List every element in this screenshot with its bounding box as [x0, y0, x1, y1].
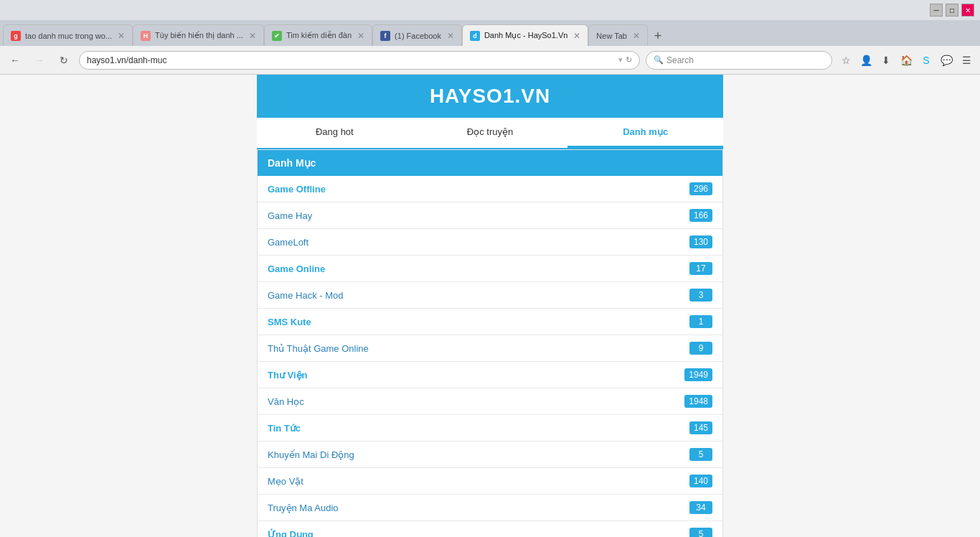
category-count-badge: 17 [689, 262, 712, 275]
category-row[interactable]: Tin Tức145 [258, 415, 722, 442]
chat-icon[interactable]: 💬 [938, 52, 954, 68]
category-name: Game Hay [268, 210, 689, 221]
category-header: Danh Mục [258, 150, 722, 176]
category-row[interactable]: Khuyến Mai Di Động5 [258, 442, 722, 468]
refresh-button[interactable]: ↻ [55, 51, 73, 70]
category-row[interactable]: Ứng Dụng5 [258, 521, 722, 537]
category-count-badge: 3 [689, 289, 712, 302]
category-name: GameLoft [268, 237, 689, 248]
category-count-badge: 1 [689, 315, 712, 328]
category-row[interactable]: Game Hack - Mod3 [258, 282, 722, 309]
user-icon[interactable]: 👤 [858, 52, 874, 68]
tab-tim-kiem[interactable]: ✔ Tim kiếm diễn đàn ✕ [264, 24, 372, 46]
category-count-badge: 1948 [684, 395, 712, 408]
category-count-badge: 9 [689, 342, 712, 355]
star-icon[interactable]: ☆ [838, 52, 854, 68]
categories-list: Game Offline296Game Hay166GameLoft130Gam… [258, 176, 722, 537]
search-bar[interactable]: 🔍 Search [646, 51, 832, 70]
category-count-badge: 1949 [684, 368, 712, 381]
category-name: Khuyến Mai Di Động [268, 449, 689, 460]
tab-bar: g tao danh muc trong wo... ✕ H Tùy biến … [0, 20, 980, 46]
title-bar-controls: ─ □ ✕ [930, 4, 974, 17]
category-name: Truyện Ma Audio [268, 503, 689, 513]
tab-close-icon[interactable]: ✕ [118, 31, 125, 41]
category-row[interactable]: Mẹo Vặt140 [258, 468, 722, 495]
tab-tao-danh-muc[interactable]: g tao danh muc trong wo... ✕ [3, 24, 133, 46]
nav-doc-truyen[interactable]: Đọc truyện [413, 118, 568, 148]
url-text: hayso1.vn/danh-muc [87, 55, 616, 65]
search-placeholder: Search [666, 55, 694, 65]
minimize-button[interactable]: ─ [930, 4, 943, 17]
url-bar-icons: ▾ ↻ [618, 55, 632, 65]
category-name: Game Hack - Mod [268, 290, 689, 301]
category-name: Tin Tức [268, 423, 689, 434]
tab-close-icon[interactable]: ✕ [633, 31, 640, 41]
close-button[interactable]: ✕ [961, 4, 974, 17]
category-name: Game Online [268, 263, 689, 274]
tab-label: Tim kiếm diễn đàn [286, 31, 352, 40]
toolbar-icons: ☆ 👤 ⬇ 🏠 S 💬 ☰ [838, 52, 974, 68]
site-header: HAYSO1.VN [257, 75, 723, 118]
category-row[interactable]: SMS Kute1 [258, 309, 722, 335]
category-count-badge: 34 [689, 501, 712, 514]
tab-favicon: f [380, 31, 390, 41]
category-count-badge: 166 [689, 209, 712, 222]
nav-dang-hot[interactable]: Đang hot [257, 118, 413, 148]
url-bar[interactable]: hayso1.vn/danh-muc ▾ ↻ [79, 51, 640, 70]
category-count-badge: 5 [689, 528, 712, 537]
category-count-badge: 145 [689, 421, 712, 434]
category-name: Thủ Thuật Game Online [268, 343, 689, 354]
category-row[interactable]: Văn Học1948 [258, 388, 722, 415]
menu-icon[interactable]: ☰ [958, 52, 974, 68]
category-count-badge: 296 [689, 182, 712, 195]
tab-new-tab[interactable]: New Tab ✕ [588, 24, 648, 46]
category-row[interactable]: Game Offline296 [258, 176, 722, 202]
category-name: Thư Viện [268, 370, 684, 380]
search-icon: 🔍 [654, 55, 664, 65]
page-content: HAYSO1.VN Đang hot Đọc truyện Danh mục D… [0, 75, 980, 537]
tab-label: Tùy biến hiển thị danh ... [155, 31, 243, 40]
category-row[interactable]: Thư Viện1949 [258, 362, 722, 388]
nav-bar: ← → ↻ hayso1.vn/danh-muc ▾ ↻ 🔍 Search ☆ … [0, 46, 980, 75]
tab-close-icon[interactable]: ✕ [249, 31, 256, 41]
tab-close-icon[interactable]: ✕ [357, 31, 364, 41]
category-name: SMS Kute [268, 317, 689, 327]
tab-label: (1) Facebook [395, 32, 441, 40]
category-row[interactable]: Game Online17 [258, 256, 722, 282]
category-name: Mẹo Vặt [268, 476, 689, 487]
category-count-badge: 130 [689, 235, 712, 248]
download-icon[interactable]: ⬇ [878, 52, 894, 68]
category-count-badge: 5 [689, 448, 712, 461]
browser-chrome: ─ □ ✕ g tao danh muc trong wo... ✕ H Tùy… [0, 0, 980, 537]
tab-label: Danh Mục - HaySo1.Vn [484, 31, 567, 40]
tab-favicon: ✔ [272, 31, 282, 41]
tab-facebook[interactable]: f (1) Facebook ✕ [372, 24, 462, 46]
new-tab-button[interactable]: + [648, 26, 668, 46]
tab-favicon: g [11, 31, 21, 41]
tab-tuy-bien[interactable]: H Tùy biến hiển thị danh ... ✕ [133, 24, 264, 46]
category-name: Ứng Dụng [268, 529, 689, 538]
tab-danh-muc[interactable]: d Danh Mục - HaySo1.Vn ✕ [462, 24, 588, 46]
category-row[interactable]: Game Hay166 [258, 202, 722, 229]
maximize-button[interactable]: □ [946, 4, 958, 17]
tab-label: New Tab [596, 32, 627, 40]
tab-favicon: d [470, 31, 480, 41]
tab-favicon: H [141, 31, 151, 41]
skype-icon[interactable]: S [918, 52, 934, 68]
category-section: Danh Mục Game Offline296Game Hay166GameL… [257, 149, 723, 537]
category-count-badge: 140 [689, 475, 712, 487]
nav-danh-muc[interactable]: Danh mục [567, 118, 723, 148]
forward-button[interactable]: → [30, 51, 49, 70]
site-container: HAYSO1.VN Đang hot Đọc truyện Danh mục D… [257, 75, 723, 537]
title-bar: ─ □ ✕ [0, 0, 980, 20]
tab-close-icon[interactable]: ✕ [573, 31, 580, 41]
site-nav: Đang hot Đọc truyện Danh mục [257, 118, 723, 149]
category-row[interactable]: GameLoft130 [258, 229, 722, 256]
category-name: Văn Học [268, 396, 684, 407]
home-icon[interactable]: 🏠 [898, 52, 914, 68]
back-button[interactable]: ← [6, 51, 24, 70]
category-row[interactable]: Thủ Thuật Game Online9 [258, 335, 722, 362]
site-logo: HAYSO1.VN [430, 85, 550, 108]
tab-close-icon[interactable]: ✕ [447, 31, 454, 41]
category-row[interactable]: Truyện Ma Audio34 [258, 495, 722, 521]
